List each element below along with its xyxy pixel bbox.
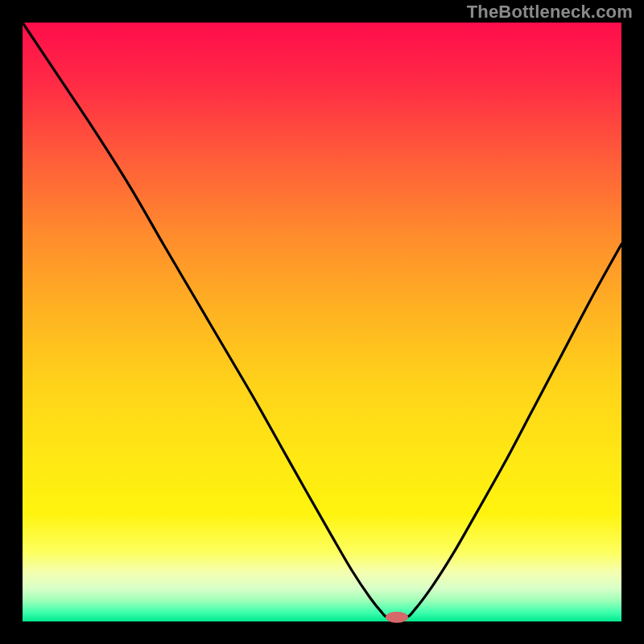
chart-frame: { "watermark": "TheBottleneck.com", "plo… bbox=[0, 0, 644, 644]
bottleneck-chart bbox=[0, 0, 644, 644]
plot-background bbox=[23, 23, 621, 621]
optimal-marker bbox=[386, 612, 408, 623]
